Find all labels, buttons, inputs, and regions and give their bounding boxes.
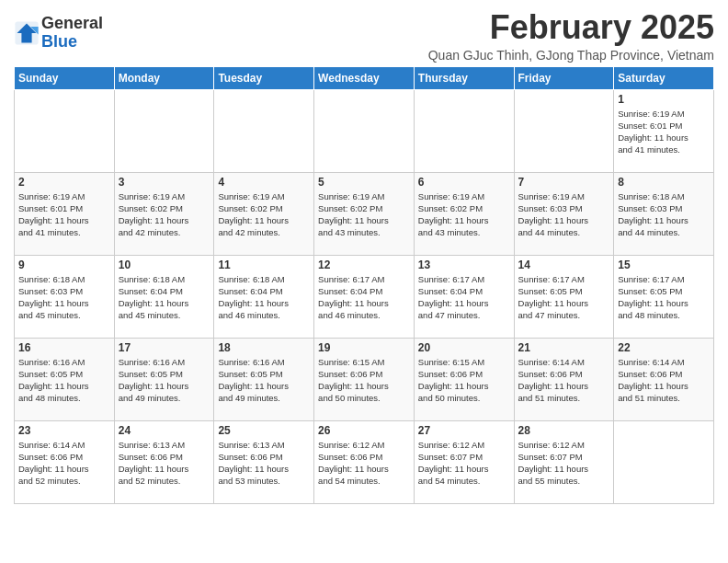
cell-info: Sunrise: 6:12 AM Sunset: 6:07 PM Dayligh… bbox=[518, 439, 610, 488]
day-number: 13 bbox=[418, 259, 510, 271]
cell-info: Sunrise: 6:18 AM Sunset: 6:03 PM Dayligh… bbox=[18, 273, 110, 322]
calendar-week-5: 23Sunrise: 6:14 AM Sunset: 6:06 PM Dayli… bbox=[15, 420, 714, 503]
calendar-week-4: 16Sunrise: 6:16 AM Sunset: 6:05 PM Dayli… bbox=[15, 338, 714, 420]
logo-text: General Blue bbox=[41, 15, 103, 52]
day-number: 18 bbox=[218, 341, 310, 354]
calendar-cell bbox=[514, 89, 614, 172]
cell-info: Sunrise: 6:19 AM Sunset: 6:02 PM Dayligh… bbox=[418, 190, 510, 239]
cell-info: Sunrise: 6:17 AM Sunset: 6:04 PM Dayligh… bbox=[318, 273, 410, 322]
day-number: 20 bbox=[418, 341, 510, 354]
day-number: 2 bbox=[18, 176, 110, 189]
cell-info: Sunrise: 6:19 AM Sunset: 6:02 PM Dayligh… bbox=[318, 190, 410, 239]
weekday-header-wednesday: Wednesday bbox=[314, 66, 415, 89]
cell-info: Sunrise: 6:18 AM Sunset: 6:04 PM Dayligh… bbox=[119, 273, 210, 322]
calendar-cell: 13Sunrise: 6:17 AM Sunset: 6:04 PM Dayli… bbox=[414, 255, 514, 338]
cell-info: Sunrise: 6:13 AM Sunset: 6:06 PM Dayligh… bbox=[218, 439, 310, 488]
cell-info: Sunrise: 6:12 AM Sunset: 6:06 PM Dayligh… bbox=[318, 439, 410, 488]
calendar-cell: 16Sunrise: 6:16 AM Sunset: 6:05 PM Dayli… bbox=[15, 338, 115, 420]
cell-info: Sunrise: 6:13 AM Sunset: 6:06 PM Dayligh… bbox=[119, 439, 210, 488]
day-number: 28 bbox=[518, 424, 610, 437]
day-number: 9 bbox=[18, 259, 110, 271]
day-number: 22 bbox=[618, 341, 710, 354]
weekday-header-monday: Monday bbox=[114, 66, 214, 89]
day-number: 17 bbox=[119, 341, 210, 354]
weekday-header-row: SundayMondayTuesdayWednesdayThursdayFrid… bbox=[15, 66, 714, 89]
day-number: 27 bbox=[418, 424, 510, 437]
cell-info: Sunrise: 6:12 AM Sunset: 6:07 PM Dayligh… bbox=[418, 439, 510, 488]
calendar-cell: 26Sunrise: 6:12 AM Sunset: 6:06 PM Dayli… bbox=[314, 420, 415, 503]
cell-info: Sunrise: 6:14 AM Sunset: 6:06 PM Dayligh… bbox=[618, 356, 710, 405]
weekday-header-saturday: Saturday bbox=[614, 66, 714, 89]
day-number: 16 bbox=[18, 341, 110, 354]
weekday-header-tuesday: Tuesday bbox=[214, 66, 314, 89]
cell-info: Sunrise: 6:17 AM Sunset: 6:05 PM Dayligh… bbox=[518, 273, 610, 322]
day-number: 23 bbox=[18, 424, 110, 437]
calendar-cell: 22Sunrise: 6:14 AM Sunset: 6:06 PM Dayli… bbox=[614, 338, 714, 420]
day-number: 5 bbox=[318, 176, 410, 189]
weekday-header-sunday: Sunday bbox=[15, 66, 115, 89]
cell-info: Sunrise: 6:19 AM Sunset: 6:01 PM Dayligh… bbox=[18, 190, 110, 239]
weekday-header-friday: Friday bbox=[514, 66, 614, 89]
day-number: 10 bbox=[119, 259, 210, 271]
calendar-cell: 5Sunrise: 6:19 AM Sunset: 6:02 PM Daylig… bbox=[314, 172, 415, 255]
calendar-cell: 4Sunrise: 6:19 AM Sunset: 6:02 PM Daylig… bbox=[214, 172, 314, 255]
calendar-cell bbox=[214, 89, 314, 172]
calendar-cell: 23Sunrise: 6:14 AM Sunset: 6:06 PM Dayli… bbox=[15, 420, 115, 503]
calendar-cell bbox=[314, 89, 415, 172]
calendar-body: 1Sunrise: 6:19 AM Sunset: 6:01 PM Daylig… bbox=[15, 89, 714, 503]
cell-info: Sunrise: 6:15 AM Sunset: 6:06 PM Dayligh… bbox=[418, 356, 510, 405]
day-number: 14 bbox=[518, 259, 610, 271]
calendar-cell: 12Sunrise: 6:17 AM Sunset: 6:04 PM Dayli… bbox=[314, 255, 415, 338]
calendar-cell bbox=[614, 420, 714, 503]
day-number: 25 bbox=[218, 424, 310, 437]
day-number: 19 bbox=[318, 341, 410, 354]
cell-info: Sunrise: 6:16 AM Sunset: 6:05 PM Dayligh… bbox=[18, 356, 110, 405]
calendar-cell: 8Sunrise: 6:18 AM Sunset: 6:03 PM Daylig… bbox=[614, 172, 714, 255]
day-number: 4 bbox=[218, 176, 310, 189]
cell-info: Sunrise: 6:15 AM Sunset: 6:06 PM Dayligh… bbox=[318, 356, 410, 405]
cell-info: Sunrise: 6:19 AM Sunset: 6:02 PM Dayligh… bbox=[119, 190, 210, 239]
weekday-header-thursday: Thursday bbox=[414, 66, 514, 89]
cell-info: Sunrise: 6:18 AM Sunset: 6:04 PM Dayligh… bbox=[218, 273, 310, 322]
calendar-cell: 7Sunrise: 6:19 AM Sunset: 6:03 PM Daylig… bbox=[514, 172, 614, 255]
cell-info: Sunrise: 6:14 AM Sunset: 6:06 PM Dayligh… bbox=[18, 439, 110, 488]
location-subtitle: Quan GJuc Thinh, GJong Thap Province, Vi… bbox=[428, 48, 714, 63]
calendar-cell: 24Sunrise: 6:13 AM Sunset: 6:06 PM Dayli… bbox=[114, 420, 214, 503]
calendar-cell: 18Sunrise: 6:16 AM Sunset: 6:05 PM Dayli… bbox=[214, 338, 314, 420]
calendar-cell: 20Sunrise: 6:15 AM Sunset: 6:06 PM Dayli… bbox=[414, 338, 514, 420]
calendar-cell: 14Sunrise: 6:17 AM Sunset: 6:05 PM Dayli… bbox=[514, 255, 614, 338]
calendar-cell: 6Sunrise: 6:19 AM Sunset: 6:02 PM Daylig… bbox=[414, 172, 514, 255]
day-number: 21 bbox=[518, 341, 610, 354]
calendar-cell bbox=[15, 89, 115, 172]
calendar-cell: 2Sunrise: 6:19 AM Sunset: 6:01 PM Daylig… bbox=[15, 172, 115, 255]
day-number: 7 bbox=[518, 176, 610, 189]
day-number: 24 bbox=[119, 424, 210, 437]
month-title: February 2025 bbox=[428, 9, 714, 46]
cell-info: Sunrise: 6:17 AM Sunset: 6:05 PM Dayligh… bbox=[618, 273, 710, 322]
day-number: 15 bbox=[618, 259, 710, 271]
calendar-cell: 17Sunrise: 6:16 AM Sunset: 6:05 PM Dayli… bbox=[114, 338, 214, 420]
calendar-cell: 9Sunrise: 6:18 AM Sunset: 6:03 PM Daylig… bbox=[15, 255, 115, 338]
cell-info: Sunrise: 6:19 AM Sunset: 6:03 PM Dayligh… bbox=[518, 190, 610, 239]
cell-info: Sunrise: 6:16 AM Sunset: 6:05 PM Dayligh… bbox=[119, 356, 210, 405]
calendar-week-2: 2Sunrise: 6:19 AM Sunset: 6:01 PM Daylig… bbox=[15, 172, 714, 255]
calendar-cell bbox=[114, 89, 214, 172]
calendar-cell: 19Sunrise: 6:15 AM Sunset: 6:06 PM Dayli… bbox=[314, 338, 415, 420]
calendar-header: SundayMondayTuesdayWednesdayThursdayFrid… bbox=[15, 66, 714, 89]
calendar-cell: 28Sunrise: 6:12 AM Sunset: 6:07 PM Dayli… bbox=[514, 420, 614, 503]
calendar-cell bbox=[414, 89, 514, 172]
day-number: 12 bbox=[318, 259, 410, 271]
cell-info: Sunrise: 6:14 AM Sunset: 6:06 PM Dayligh… bbox=[518, 356, 610, 405]
logo: General Blue bbox=[14, 15, 103, 52]
calendar-cell: 25Sunrise: 6:13 AM Sunset: 6:06 PM Dayli… bbox=[214, 420, 314, 503]
day-number: 6 bbox=[418, 176, 510, 189]
calendar-cell: 1Sunrise: 6:19 AM Sunset: 6:01 PM Daylig… bbox=[614, 89, 714, 172]
calendar-cell: 27Sunrise: 6:12 AM Sunset: 6:07 PM Dayli… bbox=[414, 420, 514, 503]
cell-info: Sunrise: 6:17 AM Sunset: 6:04 PM Dayligh… bbox=[418, 273, 510, 322]
title-section: February 2025 Quan GJuc Thinh, GJong Tha… bbox=[428, 9, 714, 63]
cell-info: Sunrise: 6:19 AM Sunset: 6:01 PM Dayligh… bbox=[618, 108, 710, 156]
calendar-week-1: 1Sunrise: 6:19 AM Sunset: 6:01 PM Daylig… bbox=[15, 89, 714, 172]
calendar-cell: 11Sunrise: 6:18 AM Sunset: 6:04 PM Dayli… bbox=[214, 255, 314, 338]
cell-info: Sunrise: 6:16 AM Sunset: 6:05 PM Dayligh… bbox=[218, 356, 310, 405]
day-number: 26 bbox=[318, 424, 410, 437]
